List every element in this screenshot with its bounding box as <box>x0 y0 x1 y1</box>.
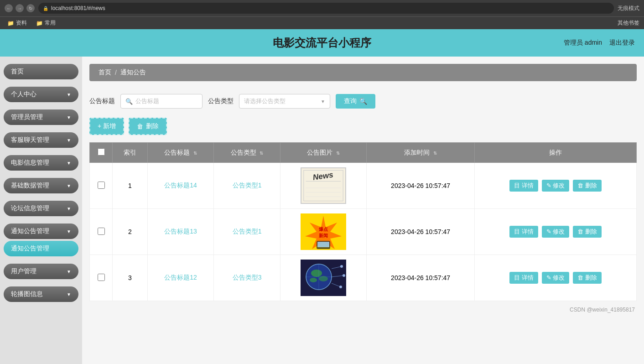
row-index: 3 <box>113 255 148 301</box>
news-image-svg: News <box>301 167 345 204</box>
table-row: 2 公告标题13 公告类型1 <box>90 209 637 255</box>
header-time[interactable]: 添加时间 ⇅ <box>367 143 475 163</box>
header-image-label: 公告图片 <box>307 149 332 156</box>
data-table-container: 索引 公告标题 ⇅ 公告类型 ⇅ 公告图片 ⇅ <box>82 139 644 305</box>
detail-button[interactable]: 目 详情 <box>509 180 538 192</box>
bookmark-common[interactable]: 📁 常用 <box>33 18 58 28</box>
title-link[interactable]: 公告标题13 <box>164 228 197 235</box>
search-icon: 🔍 <box>125 98 133 105</box>
query-button[interactable]: 查询 🔍 <box>336 94 375 109</box>
query-label: 查询 <box>344 97 357 105</box>
sidebar-item-notice-active[interactable]: 通知公告管理 <box>4 241 78 256</box>
sidebar-item-forum[interactable]: 论坛信息管理 ▼ <box>4 201 78 216</box>
header-title[interactable]: 公告标题 ⇅ <box>147 143 214 163</box>
filter-row: 公告标题 🔍 公告标题 公告类型 请选择公告类型 ▼ 查询 🔍 <box>82 88 644 114</box>
logout-button[interactable]: 退出登录 <box>609 39 635 47</box>
type-select[interactable]: 请选择公告类型 ▼ <box>239 94 330 109</box>
row-checkbox[interactable] <box>98 228 105 235</box>
folder-icon: 📁 <box>36 20 43 26</box>
delete-button[interactable]: 🗑 删除 <box>573 226 602 238</box>
sidebar-item-personal[interactable]: 个人中心 ▼ <box>4 87 78 102</box>
header-action: 操作 <box>474 143 636 163</box>
table-header-row: 索引 公告标题 ⇅ 公告类型 ⇅ 公告图片 ⇅ <box>90 143 637 163</box>
svg-point-18 <box>310 278 317 282</box>
sidebar-item-movie[interactable]: 电影信息管理 ▼ <box>4 155 78 171</box>
type-link[interactable]: 公告类型1 <box>233 182 262 189</box>
time-value: 2023-04-26 10:57:47 <box>391 274 450 281</box>
svg-text:新闻: 新闻 <box>319 233 328 238</box>
header-right: 管理员 admin 退出登录 <box>564 39 635 47</box>
table-row: 3 公告标题12 公告类型3 <box>90 255 637 301</box>
row-checkbox[interactable] <box>98 274 105 281</box>
forward-button[interactable]: → <box>16 4 24 12</box>
globe-image <box>301 260 346 296</box>
header-index: 索引 <box>113 143 148 163</box>
sidebar-home-label: 首页 <box>11 68 24 75</box>
batch-delete-button[interactable]: 🗑 删除 <box>129 118 167 135</box>
add-button[interactable]: + 新增 <box>89 118 124 135</box>
sidebar-item-notice[interactable]: 通知公告管理 ▼ <box>4 224 78 239</box>
header-type-label: 公告类型 <box>231 149 256 156</box>
svg-point-26 <box>343 274 345 277</box>
sidebar-label: 管理员管理 <box>11 113 43 121</box>
back-button[interactable]: ← <box>5 4 13 12</box>
hot-news-image: 爆点 新闻 <box>301 213 346 250</box>
type-link[interactable]: 公告类型1 <box>233 228 262 235</box>
delete-button[interactable]: 🗑 删除 <box>573 272 602 284</box>
time-value: 2023-04-26 10:57:47 <box>391 228 450 235</box>
data-table: 索引 公告标题 ⇅ 公告类型 ⇅ 公告图片 ⇅ <box>89 142 637 301</box>
delete-label: 删除 <box>146 122 159 130</box>
detail-button[interactable]: 目 详情 <box>509 226 538 238</box>
title-search-input[interactable]: 🔍 公告标题 <box>120 94 203 109</box>
select-all-checkbox[interactable] <box>98 148 105 156</box>
content-area: 首页 / 通知公告 公告标题 🔍 公告标题 公告类型 请选择公告类型 ▼ 查询 … <box>82 57 644 364</box>
chevron-down-icon: ▼ <box>67 269 71 274</box>
sidebar-item-chat[interactable]: 客服聊天管理 ▼ <box>4 132 78 148</box>
delete-button[interactable]: 🗑 删除 <box>573 180 602 192</box>
chevron-down-icon: ▼ <box>67 115 71 120</box>
row-title: 公告标题13 <box>147 209 214 255</box>
header-title-label: 公告标题 <box>164 149 190 156</box>
edit-button[interactable]: ✎ 修改 <box>542 180 570 192</box>
row-checkbox-cell <box>90 255 113 301</box>
title-link[interactable]: 公告标题14 <box>164 182 197 189</box>
chevron-down-icon: ▼ <box>67 92 71 97</box>
globe-image-svg <box>301 260 346 296</box>
bookmark-resources[interactable]: 📁 资料 <box>5 18 30 28</box>
header-image[interactable]: 公告图片 ⇅ <box>280 143 367 163</box>
sidebar-label: 论坛信息管理 <box>11 204 49 213</box>
sidebar-item-banner[interactable]: 轮播图信息 ▼ <box>4 286 78 302</box>
sidebar-item-home[interactable]: 首页 <box>4 64 78 79</box>
sidebar-item-admin[interactable]: 管理员管理 ▼ <box>4 109 78 125</box>
sidebar-label: 客服聊天管理 <box>11 136 49 144</box>
url-bar[interactable]: 🔒 localhost:8081/#/news <box>38 3 614 14</box>
breadcrumb-home[interactable]: 首页 <box>99 68 111 77</box>
type-link[interactable]: 公告类型3 <box>233 274 262 281</box>
row-actions: 目 详情 ✎ 修改 🗑 删除 <box>474 163 636 209</box>
image-container: 爆点 新闻 <box>301 213 346 250</box>
sidebar-label: 通知公告管理 <box>11 244 49 253</box>
title-link[interactable]: 公告标题12 <box>164 274 197 281</box>
sidebar-label: 电影信息管理 <box>11 159 49 167</box>
sidebar-item-base-data[interactable]: 基础数据管理 ▼ <box>4 178 78 193</box>
other-bookmarks-label: 其他书签 <box>618 20 639 26</box>
header-checkbox-cell <box>90 143 113 163</box>
row-index: 2 <box>113 209 148 255</box>
header-type[interactable]: 公告类型 ⇅ <box>214 143 280 163</box>
sort-icon: ⇅ <box>260 151 263 156</box>
header-index-label: 索引 <box>124 149 136 156</box>
row-actions: 目 详情 ✎ 修改 🗑 删除 <box>474 209 636 255</box>
header-time-label: 添加时间 <box>404 149 430 156</box>
index-value: 2 <box>128 228 132 235</box>
svg-point-16 <box>311 270 322 277</box>
row-image: 爆点 新闻 <box>280 209 367 255</box>
row-time: 2023-04-26 10:57:47 <box>367 209 475 255</box>
edit-button[interactable]: ✎ 修改 <box>542 272 570 284</box>
sidebar-item-user[interactable]: 用户管理 ▼ <box>4 264 78 279</box>
bookmark-label: 常用 <box>45 19 56 27</box>
edit-button[interactable]: ✎ 修改 <box>542 226 570 238</box>
add-label: + 新增 <box>98 122 116 130</box>
detail-button[interactable]: 目 详情 <box>509 272 538 284</box>
refresh-button[interactable]: ↻ <box>26 4 35 12</box>
row-checkbox[interactable] <box>98 182 105 189</box>
